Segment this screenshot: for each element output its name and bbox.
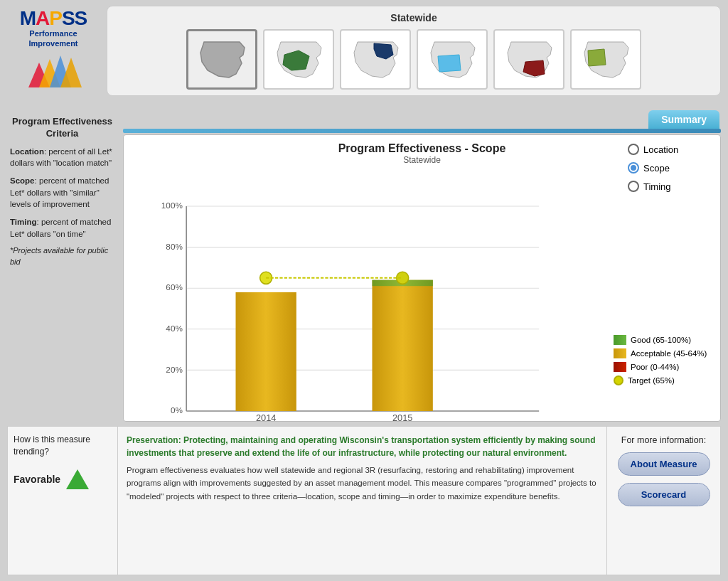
legend-good: Good (65-100%)	[614, 335, 713, 345]
map-thumbnails	[186, 29, 641, 90]
legend-poor-label: Poor (0-44%)	[631, 363, 679, 371]
svg-text:100%: 100%	[161, 201, 183, 210]
radio-scope[interactable]: Scope	[628, 162, 713, 174]
logo-area: MAPSS Performance Improvement	[7, 6, 100, 91]
bottom-left: How is this measure trending? Favorable	[8, 427, 118, 575]
bottom-section: How is this measure trending? Favorable …	[7, 426, 721, 575]
legend-poor-box	[614, 362, 626, 372]
sidebar-scope-title: Scope	[10, 176, 35, 185]
radio-scope-label: Scope	[643, 163, 670, 174]
scorecard-button[interactable]: Scorecard	[618, 483, 710, 506]
sidebar-item-scope: Scope: percent of matched Let* dollars w…	[10, 175, 114, 210]
radio-timing[interactable]: Timing	[628, 181, 713, 192]
middle-section: Program Effectiveness Criteria Location:…	[0, 110, 728, 422]
chart-svg: 100% 80% 60% 40% 20% 0%	[131, 195, 614, 422]
summary-tab[interactable]: Summary	[648, 110, 719, 129]
map-thumb-1-icon	[193, 35, 250, 85]
map-thumb-4[interactable]	[417, 29, 488, 90]
map-thumb-1[interactable]	[186, 29, 257, 90]
statewide-label: Statewide	[390, 12, 437, 23]
radio-timing-label: Timing	[643, 181, 671, 192]
svg-text:60%: 60%	[166, 282, 182, 292]
legend-acceptable-label: Acceptable (45-64%)	[631, 349, 707, 358]
svg-text:0%: 0%	[171, 405, 183, 415]
sidebar-location-title: Location	[10, 147, 44, 156]
bar-2014	[236, 292, 296, 411]
logo-letter-m: M	[20, 7, 36, 29]
logo-subtitle-line1: Performance	[29, 29, 77, 38]
chart-title-area: Program Effectiveness - Scope Statewide	[216, 142, 628, 165]
map-thumb-4-icon	[424, 35, 481, 85]
bar-2015-bottom	[373, 280, 433, 411]
map-selector-area: Statewide	[107, 6, 721, 96]
map-thumb-5-icon	[500, 35, 557, 85]
radio-timing-circle	[628, 181, 639, 192]
legend-good-label: Good (65-100%)	[631, 336, 691, 344]
sidebar-footnote: *Projects available for public bid	[10, 245, 114, 268]
map-thumb-6-icon	[577, 35, 634, 85]
legend-target-circle	[614, 375, 623, 385]
trending-question: How is this measure trending?	[14, 434, 112, 458]
svg-text:2014: 2014	[256, 412, 276, 422]
map-thumb-2[interactable]	[263, 29, 334, 90]
sidebar-timing-title: Timing	[10, 218, 36, 226]
bottom-middle: Preservation: Protecting, maintaining an…	[118, 427, 606, 575]
sidebar-item-location: Location: percent of all Let* dollars wi…	[10, 146, 114, 169]
map-thumb-2-icon	[270, 35, 327, 85]
svg-text:80%: 80%	[166, 242, 182, 251]
chart-header: Program Effectiveness - Scope Statewide …	[131, 142, 713, 192]
top-section: MAPSS Performance Improvement Statewide	[0, 0, 728, 110]
left-sidebar: Program Effectiveness Criteria Location:…	[7, 110, 117, 422]
map-thumb-6[interactable]	[570, 29, 641, 90]
map-thumb-5[interactable]	[493, 29, 564, 90]
logo-letter-a: A	[36, 7, 49, 29]
chart-subtitle: Statewide	[216, 155, 628, 165]
logo-letter-p: P	[49, 7, 62, 29]
chart-main-title: Program Effectiveness - Scope	[216, 142, 628, 155]
legend-poor: Poor (0-44%)	[614, 362, 713, 372]
legend-good-box	[614, 335, 626, 345]
logo-letter-ss: SS	[62, 7, 87, 29]
chart-body: 100% 80% 60% 40% 20% 0%	[131, 195, 713, 414]
radio-location[interactable]: Location	[628, 144, 713, 155]
radio-location-circle	[628, 144, 639, 155]
logo-arrows-icon	[21, 52, 85, 91]
svg-text:20%: 20%	[166, 365, 182, 374]
about-measure-button[interactable]: About Measure	[618, 452, 710, 476]
bottom-right: For more information: About Measure Scor…	[606, 427, 720, 575]
chart-area: 100% 80% 60% 40% 20% 0%	[131, 195, 614, 414]
legend-acceptable: Acceptable (45-64%)	[614, 348, 713, 358]
favorable-text: Favorable	[14, 474, 60, 485]
preservation-text: Preservation: Protecting, maintaining an…	[127, 434, 598, 459]
sidebar-item-timing: Timing: percent of matched Let* dollars …	[10, 216, 114, 240]
up-arrow-icon	[66, 469, 89, 489]
chart-legend: Good (65-100%) Acceptable (45-64%) Poor …	[614, 195, 713, 414]
radio-group: Location Scope Timing	[628, 142, 713, 192]
radio-scope-circle	[628, 162, 639, 174]
svg-text:40%: 40%	[166, 324, 182, 333]
more-info-label: For more information:	[621, 435, 706, 445]
svg-text:2015: 2015	[392, 412, 412, 422]
radio-location-label: Location	[643, 144, 678, 155]
chart-svg-container: 100% 80% 60% 40% 20% 0%	[131, 195, 614, 422]
logo-text: MAPSS	[20, 9, 87, 28]
app-container: MAPSS Performance Improvement Statewide	[0, 0, 728, 581]
legend-target: Target (65%)	[614, 375, 713, 385]
chart-panel: Program Effectiveness - Scope Statewide …	[123, 134, 721, 422]
sidebar-title: Program Effectiveness Criteria	[10, 116, 114, 140]
favorable-area: Favorable	[14, 469, 112, 489]
description-text: Program effectiveness evaluates how well…	[127, 464, 598, 503]
blue-bar-divider	[123, 129, 721, 133]
logo-subtitle: Performance Improvement	[28, 28, 77, 49]
logo-subtitle-line2: Improvement	[28, 39, 77, 48]
map-thumb-3-icon	[347, 35, 404, 85]
legend-target-label: Target (65%)	[628, 376, 675, 385]
legend-acceptable-box	[614, 348, 626, 358]
main-content: Summary Program Effectiveness - Scope St…	[123, 110, 721, 422]
map-thumb-3[interactable]	[340, 29, 411, 90]
